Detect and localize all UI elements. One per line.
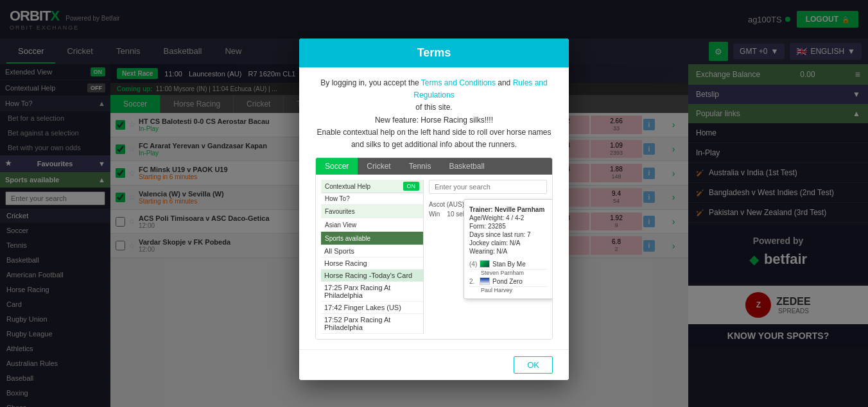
modal-howto-chevron-icon: ▼: [413, 195, 419, 202]
horse-info-popup: Trainer: Neville Parnham Age/Weight: 4 /…: [464, 199, 553, 299]
modal-asian-view-label: Asian View: [325, 221, 356, 229]
terms-conditions-link[interactable]: Terms and Conditions: [421, 78, 496, 87]
modal-inner-content: Soccer Cricket Tennis Basketball Context…: [315, 157, 553, 340]
runner-silk-icon: [480, 260, 490, 268]
modal-favourites-row[interactable]: Favourites: [321, 205, 423, 218]
runner1-name: Stan By Me: [492, 261, 526, 268]
horse-form: Form: 23285: [469, 223, 548, 230]
modal-text-line1: By logging in, you accept the Terms and …: [315, 77, 553, 101]
horse-list-item[interactable]: 17:52 Parx Racing At Philadelphia: [321, 314, 423, 334]
modal-sports-available-row[interactable]: Sports available: [321, 232, 423, 245]
runner-silk2-icon: [480, 277, 490, 285]
modal-howto-row[interactable]: How To? ▼: [321, 193, 423, 205]
runner2-name: Pond Zero: [492, 278, 523, 285]
horse-list-item[interactable]: Horse Racing -Today's Card: [321, 270, 423, 282]
modal-text1: By logging in, you accept the: [320, 78, 419, 87]
modal-sports-available-label: Sports available: [325, 235, 370, 242]
horse-age-weight: Age/Weight: 4 / 4-2: [469, 214, 548, 221]
modal-search-row: [429, 180, 547, 198]
runner-num: 2.: [469, 278, 477, 285]
horse-list-item[interactable]: 17:42 Finger Lakes (US): [321, 302, 423, 314]
terms-modal: Terms By logging in, you accept the Term…: [299, 39, 569, 380]
modal-nav-basketball[interactable]: Basketball: [440, 158, 493, 175]
modal-favourites-label: Favourites: [325, 208, 355, 215]
runner-list: (4) Stan By Me Steven Parnham 2. Pond Ze…: [469, 259, 548, 293]
modal-sidebar-list: Contextual Help ON How To? ▼ Favourites …: [321, 180, 424, 334]
modal-overlay: Terms By logging in, you accept the Term…: [0, 0, 868, 407]
horse-jockey: Jockey claim: N/A: [469, 239, 548, 247]
horse-list-item[interactable]: All Sports: [321, 245, 423, 257]
horse-days-run: Days since last run: 7: [469, 231, 548, 238]
runner2-jockey: Paul Harvey: [469, 287, 548, 293]
modal-text-feature: New feature: Horse Racing silks!!!!: [315, 114, 553, 126]
horse-list-item[interactable]: Horse Racing: [321, 257, 423, 270]
modal-nav-tennis[interactable]: Tennis: [400, 158, 440, 175]
modal-footer: OK: [299, 349, 569, 380]
horse-trainer: Trainer: Neville Parnham: [469, 206, 548, 213]
modal-text-site: of this site.: [315, 101, 553, 114]
ok-button[interactable]: OK: [514, 356, 553, 374]
modal-contextual-row: Contextual Help ON: [321, 180, 423, 193]
runner1-jockey: Steven Parnham: [469, 270, 548, 276]
modal-contextual-label: Contextual Help: [325, 183, 370, 190]
modal-text2: and: [498, 78, 510, 87]
modal-nav-cricket[interactable]: Cricket: [358, 158, 399, 175]
modal-text-instructions: Enable contextual help on the left hand …: [315, 126, 553, 151]
modal-body: By logging in, you accept the Terms and …: [299, 67, 569, 349]
modal-howto-label: How To?: [325, 195, 350, 202]
modal-header: Terms: [299, 39, 569, 67]
modal-content-area: Contextual Help ON How To? ▼ Favourites …: [316, 175, 552, 339]
runner-item: (4) Stan By Me: [469, 259, 548, 270]
modal-horse-list: All Sports Horse Racing Horse Racing -To…: [321, 245, 423, 334]
modal-nav-soccer[interactable]: Soccer: [316, 158, 358, 175]
runner-num: (4): [469, 261, 477, 268]
modal-main-content: Ascot (AUS) 21 Nov Win 10 sel... Trainer…: [429, 180, 547, 334]
modal-asian-view-row[interactable]: Asian View: [321, 218, 423, 232]
modal-search-input[interactable]: [429, 180, 547, 194]
horse-list-item[interactable]: 17:25 Parx Racing At Philadelphia: [321, 282, 423, 302]
horse-wearing: Wearing: N/A: [469, 248, 548, 255]
modal-contextual-toggle[interactable]: ON: [403, 182, 420, 191]
modal-title: Terms: [417, 46, 451, 59]
modal-inner-nav: Soccer Cricket Tennis Basketball: [316, 158, 552, 175]
runner-item: 2. Pond Zero: [469, 276, 548, 287]
